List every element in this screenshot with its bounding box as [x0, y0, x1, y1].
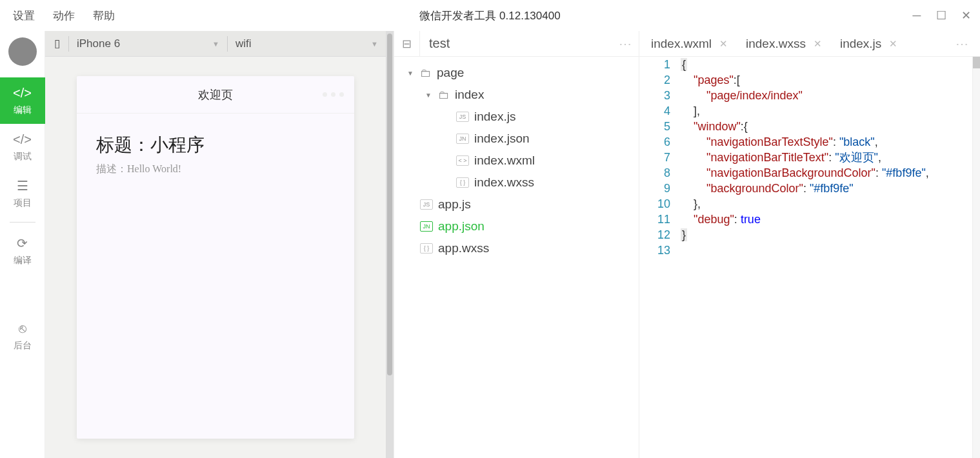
code-line[interactable]: "navigationBarTextStyle": "black", — [681, 134, 972, 150]
scrollbar[interactable] — [386, 31, 394, 458]
line-number: 13 — [647, 243, 670, 258]
line-number: 10 — [647, 196, 670, 212]
line-number: 3 — [647, 88, 670, 103]
network-dropdown[interactable]: wifi ▼ — [228, 37, 386, 50]
tabs-more-icon[interactable]: ⋯ — [955, 36, 970, 52]
phone-icon[interactable]: ▯ — [45, 37, 68, 50]
phone-nav-bar: 欢迎页 — [77, 76, 354, 114]
chevron-down-icon: ▼ — [371, 40, 378, 48]
tab-label: index.js — [840, 37, 881, 51]
backend-icon: ⎋ — [19, 321, 26, 336]
file-tree-panel: ⊟ test ⋯ ▼🗀page▼🗀indexJSindex.jsJNindex.… — [394, 31, 639, 458]
tree-item-label: index.wxml — [474, 154, 535, 168]
line-number: 12 — [647, 227, 670, 243]
tab-index-js[interactable]: index.js✕ — [828, 31, 904, 56]
file-type-icon: JN — [456, 134, 469, 144]
code-line[interactable]: { — [681, 57, 972, 72]
menu-settings[interactable]: 设置 — [13, 8, 35, 23]
sidebar-project-label: 项目 — [14, 197, 32, 209]
code-line[interactable]: ], — [681, 103, 972, 119]
maximize-icon[interactable]: ☐ — [935, 9, 948, 22]
tree-item-index-wxss[interactable]: { }index.wxss — [394, 172, 639, 194]
tab-close-icon[interactable]: ✕ — [889, 38, 897, 50]
code-content[interactable]: { "pages":[ "page/index/index" ], "windo… — [678, 57, 972, 458]
tab-index-wxss[interactable]: index.wxss✕ — [734, 31, 828, 56]
line-number: 8 — [647, 165, 670, 181]
divider — [10, 222, 35, 223]
tree-item-index-js[interactable]: JSindex.js — [394, 106, 639, 128]
left-sidebar: </> 编辑 </> 调试 ☰ 项目 ⟳ 编译 ⎋ 后台 — [0, 31, 45, 458]
editor-panel: index.wxml✕index.wxss✕index.js✕⋯ 1234567… — [639, 31, 980, 458]
phone-nav-title: 欢迎页 — [198, 87, 233, 103]
code-line[interactable]: "pages":[ — [681, 72, 972, 88]
sidebar-compile-button[interactable]: ⟳ 编译 — [0, 228, 45, 274]
expand-arrow-icon[interactable]: ▼ — [407, 70, 415, 77]
tab-index-wxml[interactable]: index.wxml✕ — [639, 31, 734, 56]
line-number: 7 — [647, 150, 670, 165]
code-line[interactable]: }, — [681, 196, 972, 212]
sidebar-backend-label: 后台 — [14, 340, 32, 352]
tree-structure-icon[interactable]: ⊟ — [394, 31, 420, 56]
avatar[interactable] — [8, 37, 37, 66]
device-name: iPhone 6 — [77, 37, 120, 50]
tree-item-label: index.js — [474, 110, 515, 124]
tree-item-page[interactable]: ▼🗀page — [394, 62, 639, 84]
tree-item-label: app.json — [438, 219, 485, 234]
chevron-down-icon: ▼ — [212, 40, 219, 48]
tree-item-app-js[interactable]: JSapp.js — [394, 194, 639, 215]
tree-item-index-wxml[interactable]: < >index.wxml — [394, 150, 639, 172]
project-name: test — [420, 36, 613, 51]
file-type-icon: { } — [420, 243, 433, 254]
tab-label: index.wxss — [746, 37, 806, 51]
tab-label: index.wxml — [651, 37, 712, 51]
tree-item-index-json[interactable]: JNindex.json — [394, 128, 639, 150]
code-line[interactable]: "window":{ — [681, 119, 972, 134]
tree-item-index[interactable]: ▼🗀index — [394, 84, 639, 106]
editor-tabs: index.wxml✕index.wxss✕index.js✕⋯ — [639, 31, 980, 57]
file-type-icon: JS — [456, 112, 469, 122]
tree-item-app-json[interactable]: JNapp.json — [394, 215, 639, 237]
folder-icon: 🗀 — [438, 88, 450, 102]
code-line[interactable]: "page/index/index" — [681, 88, 972, 103]
close-icon[interactable]: ✕ — [959, 9, 972, 22]
compile-icon: ⟳ — [17, 235, 28, 251]
expand-arrow-icon[interactable]: ▼ — [425, 92, 433, 99]
code-editor[interactable]: 12345678910111213 { "pages":[ "page/inde… — [639, 57, 980, 458]
code-line[interactable]: "backgroundColor": "#fbf9fe" — [681, 181, 972, 196]
code-line[interactable]: } — [681, 227, 972, 243]
sidebar-debug-label: 调试 — [14, 151, 32, 163]
tab-close-icon[interactable]: ✕ — [814, 38, 822, 50]
editor-scrollbar[interactable] — [972, 57, 980, 458]
tree-item-label: app.wxss — [438, 241, 489, 255]
page-heading: 标题：小程序 — [96, 133, 335, 157]
sidebar-debug-button[interactable]: </> 调试 — [0, 124, 45, 170]
list-icon: ☰ — [17, 178, 28, 194]
sidebar-backend-button[interactable]: ⎋ 后台 — [0, 313, 45, 359]
code-line[interactable] — [681, 243, 972, 258]
device-dropdown[interactable]: iPhone 6 ▼ — [69, 37, 227, 50]
line-number: 6 — [647, 134, 670, 150]
minimize-icon[interactable]: ─ — [910, 9, 923, 22]
tree-more-icon[interactable]: ⋯ — [613, 36, 639, 52]
code-line[interactable]: "navigationBarTitleText": "欢迎页", — [681, 150, 972, 165]
folder-icon: 🗀 — [420, 66, 432, 80]
sidebar-project-button[interactable]: ☰ 项目 — [0, 170, 45, 217]
tab-close-icon[interactable]: ✕ — [719, 38, 728, 50]
debug-icon: </> — [13, 132, 32, 147]
simulator: 欢迎页 标题：小程序 描述：Hello World! — [45, 57, 386, 458]
phone-frame: 欢迎页 标题：小程序 描述：Hello World! — [77, 76, 354, 439]
line-number: 4 — [647, 103, 670, 119]
nav-dots-icon[interactable] — [323, 92, 344, 97]
menu-help[interactable]: 帮助 — [93, 8, 115, 23]
network-name: wifi — [235, 37, 252, 50]
tree-item-label: index.json — [474, 132, 530, 146]
line-number: 11 — [647, 212, 670, 227]
tree-item-app-wxss[interactable]: { }app.wxss — [394, 237, 639, 259]
line-number-gutter: 12345678910111213 — [639, 57, 678, 458]
code-line[interactable]: "debug": true — [681, 212, 972, 227]
code-line[interactable]: "navigationBarBackgroundColor": "#fbf9fe… — [681, 165, 972, 181]
sidebar-edit-button[interactable]: </> 编辑 — [0, 77, 45, 124]
tree-item-label: app.js — [438, 197, 471, 212]
code-icon: </> — [13, 86, 32, 101]
menu-action[interactable]: 动作 — [53, 8, 75, 23]
